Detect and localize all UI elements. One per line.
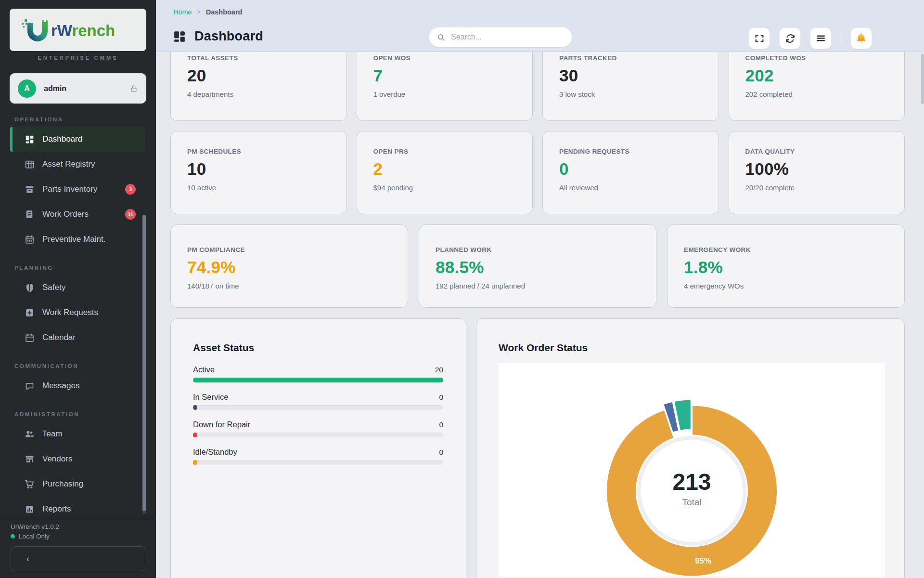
user-card[interactable]: A admin [10,73,146,104]
sidebar-item-calendar[interactable]: Calendar [10,325,145,350]
page-title: Dashboard [194,29,263,44]
search-icon [437,33,445,41]
page-scrollbar-thumb[interactable] [921,54,924,104]
online-status-dot [11,534,15,539]
shield-icon [24,282,35,293]
app-logo[interactable]: rWrench [10,9,146,51]
connection-status: Local Only [19,533,50,540]
chevron-left-icon: ‹ [26,554,29,564]
sidebar-collapse-button[interactable]: ‹ [11,546,145,571]
fullscreen-button[interactable] [748,27,770,49]
stat-value: 0 [559,159,714,179]
stat-value: 88.5% [436,258,651,277]
store-icon [24,453,35,465]
stat-card-open-wos: OPEN WOS 7 1 overdue [357,52,533,121]
sidebar-item-preventive-maint[interactable]: Preventive Maint. [10,227,145,252]
breadcrumb-home-link[interactable]: Home [173,8,192,16]
stat-card-planned-work: PLANNED WORK 88.5% 192 planned / 24 unpl… [419,224,656,308]
sidebar-item-label: Calendar [42,333,76,342]
svg-text:rWrench: rWrench [51,22,115,39]
header-actions [748,27,872,49]
asset-status-track [193,433,443,437]
sidebar-item-parts-inventory[interactable]: Parts Inventory 3 [10,177,145,202]
logo-text-green: rench [72,22,115,39]
breadcrumb-current: Dashboard [206,8,243,16]
main-area: Home > Dashboard Dashboard [156,0,924,578]
stat-value: 20 [187,66,342,85]
sidebar-item-label: Asset Registry [42,159,95,169]
stat-label: TOTAL ASSETS [187,54,342,62]
sidebar-item-vendors[interactable]: Vendors [10,447,145,472]
work-order-status-title: Work Order Status [499,342,904,354]
sidebar-item-label: Vendors [42,454,72,464]
avatar: A [18,79,36,98]
menu-icon [815,33,826,44]
sidebar-item-label: Safety [42,283,65,292]
asset-status-value: 0 [439,448,443,457]
stat-value: 7 [373,66,528,85]
stat-subtext: 202 completed [745,90,900,98]
urwrench-logo-icon: rWrench [21,18,135,42]
bell-button[interactable] [850,27,872,49]
asset-status-value: 0 [439,420,443,429]
sidebar-item-team[interactable]: Team [10,421,145,447]
sidebar-item-dashboard[interactable]: Dashboard [10,127,145,152]
logo-text-blue: rW [51,22,73,39]
calendar-icon [24,332,35,343]
fullscreen-icon [754,33,765,44]
stat-value: 30 [559,66,714,85]
cart-icon [24,478,35,490]
sidebar-item-asset-registry[interactable]: Asset Registry [10,152,145,177]
stat-value: 2 [373,159,528,179]
users-icon [24,428,35,440]
sidebar-item-purchasing[interactable]: Purchasing [10,472,145,497]
stat-value: 202 [745,66,900,85]
asset-status-title: Asset Status [193,342,466,354]
stat-label: EMERGENCY WORK [684,246,899,253]
search-box [429,27,572,47]
chat-icon [24,380,35,392]
stat-row2: PM SCHEDULES 10 10 active OPEN PRS 2 $94… [170,131,905,214]
sidebar-item-messages[interactable]: Messages [10,373,145,398]
donut-center-value: 213 [672,469,711,495]
stat-card-open-prs: OPEN PRS 2 $94 pending [357,131,533,214]
sidebar-item-label: Purchasing [42,479,83,489]
stat-card-pending-requests: PENDING REQUESTS 0 All reviewed [542,131,719,214]
menu-button[interactable] [810,27,832,49]
refresh-button[interactable] [779,27,801,49]
sidebar-item-reports[interactable]: Reports [10,497,145,517]
stat-subtext: 1 overdue [373,90,528,98]
sidebar-footer: UrWrench v1.0.2 Local Only ‹ [0,517,156,578]
stat-card-pm-schedules: PM SCHEDULES 10 10 active [170,131,347,214]
app-version: UrWrench v1.0.2 [11,523,145,530]
nav-section-title: PLANNING [14,265,156,271]
registry-icon [24,158,35,170]
sidebar-item-safety[interactable]: Safety [10,275,145,300]
header-divider [841,30,841,47]
sidebar-item-work-requests[interactable]: Work Requests [10,300,145,325]
asset-status-bar [193,405,197,410]
nav-section-title: OPERATIONS [14,117,156,122]
sidebar-item-label: Work Orders [42,210,89,219]
asset-status-track [193,405,443,410]
stat-row3: PM COMPLIANCE 74.9% 140/187 on time PLAN… [170,224,905,308]
sidebar-item-label: Messages [42,381,79,391]
user-name: admin [44,84,122,93]
sidebar: rWrench ENTERPRISE CMMS A admin OPERATIO… [0,0,156,578]
stat-label: COMPLETED WOS [745,54,900,62]
asset-status-value: 0 [439,393,443,402]
search-input[interactable] [450,32,564,42]
asset-status-panel: Asset Status Active 20 In Service 0 Down… [170,318,466,578]
document-icon [24,209,35,220]
stat-subtext: 192 planned / 24 unplanned [436,282,651,290]
sidebar-item-work-orders[interactable]: Work Orders 11 [10,202,145,227]
sidebar-item-label: Preventive Maint. [42,235,105,244]
sidebar-item-label: Dashboard [42,134,82,144]
stat-label: OPEN PRS [373,148,528,155]
asset-status-bar [193,378,443,382]
app-tagline: ENTERPRISE CMMS [0,55,156,61]
asset-status-bar [193,460,197,465]
stat-subtext: 10 active [187,184,342,192]
stat-subtext: All reviewed [559,184,714,192]
asset-status-label: Idle/Standby [193,447,237,457]
